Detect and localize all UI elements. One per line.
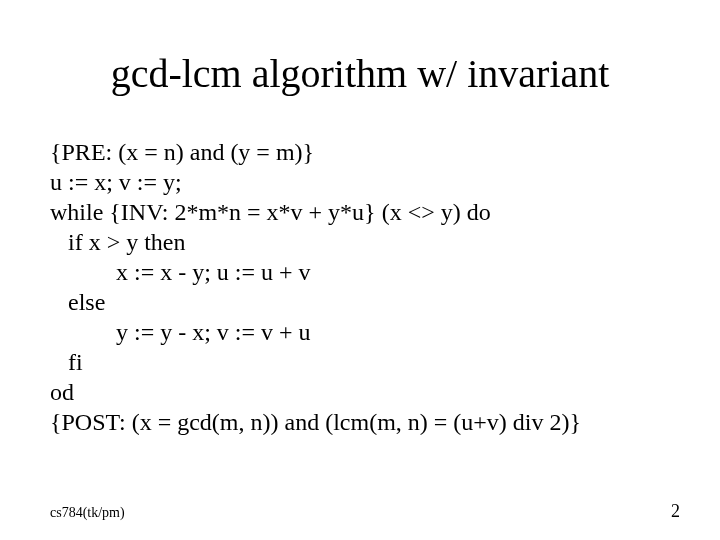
- slide: gcd-lcm algorithm w/ invariant {PRE: (x …: [0, 0, 720, 540]
- slide-footer: cs784(tk/pm) 2: [50, 501, 680, 522]
- page-number: 2: [671, 501, 680, 522]
- slide-body-code: {PRE: (x = n) and (y = m)} u := x; v := …: [50, 137, 670, 437]
- slide-title: gcd-lcm algorithm w/ invariant: [50, 50, 670, 97]
- footer-left-text: cs784(tk/pm): [50, 505, 125, 521]
